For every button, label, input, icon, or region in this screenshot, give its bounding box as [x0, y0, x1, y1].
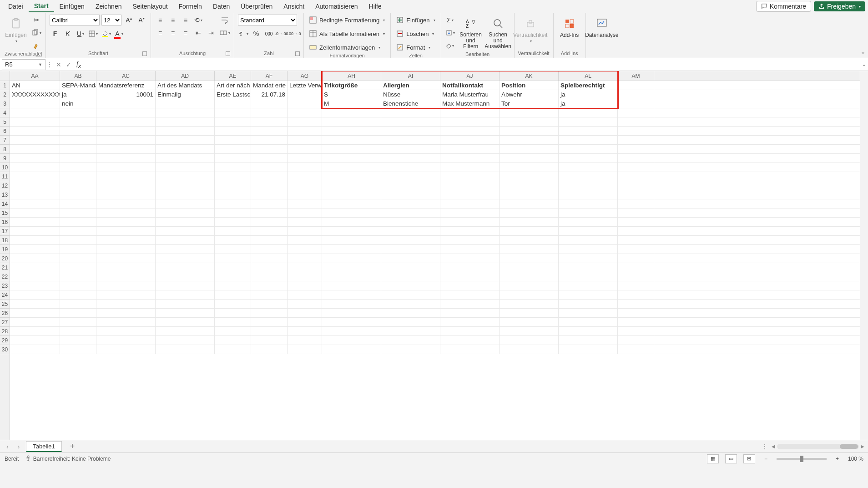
underline-button[interactable]: U▾ [75, 28, 86, 39]
column-header[interactable]: AJ [440, 71, 500, 81]
cell[interactable] [288, 236, 322, 244]
cell[interactable] [251, 300, 288, 308]
cell[interactable] [96, 227, 156, 235]
copy-button[interactable]: ▾ [31, 27, 42, 38]
cell[interactable] [96, 181, 156, 190]
cell[interactable]: Tor [500, 99, 559, 108]
cell[interactable] [381, 172, 440, 181]
cell[interactable] [322, 290, 381, 299]
cell[interactable] [559, 163, 618, 172]
cell[interactable] [96, 254, 156, 263]
table-row[interactable] [10, 336, 860, 345]
cell[interactable] [215, 300, 251, 308]
menu-datei[interactable]: Datei [3, 1, 29, 12]
slider-thumb[interactable] [800, 456, 803, 462]
cell[interactable] [381, 117, 440, 126]
align-center-button[interactable]: ≡ [167, 27, 178, 38]
addins-button[interactable]: Add-Ins [557, 15, 582, 40]
fill-button[interactable]: ▾ [445, 27, 456, 38]
cell[interactable] [251, 108, 288, 117]
cell[interactable] [96, 318, 156, 326]
column-header[interactable]: AM [618, 71, 654, 81]
cell[interactable] [618, 309, 654, 317]
thousand-sep-button[interactable]: 000 [263, 28, 274, 39]
cell[interactable]: 21.07.18 [251, 90, 288, 99]
cell[interactable] [251, 117, 288, 126]
cell[interactable] [251, 163, 288, 172]
cell[interactable] [618, 272, 654, 281]
table-row[interactable] [10, 309, 860, 318]
cell[interactable] [288, 127, 322, 135]
table-row[interactable] [10, 136, 860, 145]
cell[interactable] [96, 108, 156, 117]
cell[interactable] [156, 127, 215, 135]
column-header[interactable]: AK [500, 71, 559, 81]
cell[interactable]: Abwehr [500, 90, 559, 99]
cell[interactable]: Art des Mandats [156, 81, 215, 90]
cell[interactable] [440, 108, 500, 117]
cell[interactable] [559, 154, 618, 163]
cell[interactable] [251, 127, 288, 135]
cell[interactable] [251, 227, 288, 235]
cell[interactable] [10, 172, 60, 181]
cell[interactable] [381, 181, 440, 190]
orientation-button[interactable]: ⟲▾ [193, 15, 204, 25]
cell[interactable] [60, 154, 96, 163]
cell[interactable]: M [322, 99, 381, 108]
cell[interactable] [215, 208, 251, 217]
dialog-launcher-icon[interactable] [226, 51, 230, 56]
cell[interactable] [618, 281, 654, 290]
conditional-formatting-button[interactable]: Bedingte Formatierung▾ [308, 15, 387, 25]
cell[interactable] [440, 254, 500, 263]
scroll-right-button[interactable]: ▶ [861, 444, 864, 449]
cell[interactable] [500, 281, 559, 290]
cell[interactable] [559, 127, 618, 135]
cell[interactable] [559, 208, 618, 217]
cell[interactable] [96, 281, 156, 290]
cell[interactable] [156, 190, 215, 199]
row-header[interactable]: 28 [0, 327, 10, 336]
table-row[interactable] [10, 254, 860, 263]
cell[interactable] [618, 81, 654, 90]
cell[interactable] [156, 163, 215, 172]
menu-hilfe[interactable]: Hilfe [363, 1, 387, 12]
cell[interactable] [322, 154, 381, 163]
table-row[interactable]: ANSEPA-MandaMandatsreferenzArt des Manda… [10, 81, 860, 90]
cell[interactable] [60, 172, 96, 181]
cell[interactable]: nein [60, 99, 96, 108]
row-header[interactable]: 2 [0, 90, 10, 99]
cell[interactable] [381, 190, 440, 199]
comments-button[interactable]: Kommentare [756, 1, 811, 12]
cell[interactable] [288, 263, 322, 272]
cell[interactable] [618, 99, 654, 108]
cell[interactable] [322, 236, 381, 244]
cell[interactable] [96, 218, 156, 226]
cell[interactable]: Einmalig [156, 90, 215, 99]
row-header[interactable]: 19 [0, 245, 10, 254]
percent-button[interactable]: % [251, 28, 262, 39]
cell[interactable] [618, 145, 654, 153]
cell[interactable] [215, 127, 251, 135]
cell[interactable]: ja [60, 90, 96, 99]
cell[interactable] [440, 281, 500, 290]
cell[interactable] [60, 145, 96, 153]
cell[interactable] [215, 272, 251, 281]
cell[interactable] [10, 154, 60, 163]
cell[interactable] [322, 227, 381, 235]
cell[interactable] [288, 154, 322, 163]
format-painter-button[interactable] [31, 40, 42, 51]
cell[interactable] [440, 163, 500, 172]
table-row[interactable] [10, 245, 860, 254]
cell[interactable] [10, 300, 60, 308]
cell[interactable] [559, 281, 618, 290]
cell[interactable] [215, 108, 251, 117]
cell[interactable] [10, 181, 60, 190]
cell[interactable] [96, 145, 156, 153]
cell[interactable] [60, 117, 96, 126]
cell[interactable] [322, 318, 381, 326]
font-color-button[interactable]: A▾ [113, 28, 124, 39]
cell[interactable] [440, 127, 500, 135]
table-row[interactable] [10, 108, 860, 117]
bold-button[interactable]: F [50, 28, 61, 39]
table-row[interactable] [10, 263, 860, 272]
